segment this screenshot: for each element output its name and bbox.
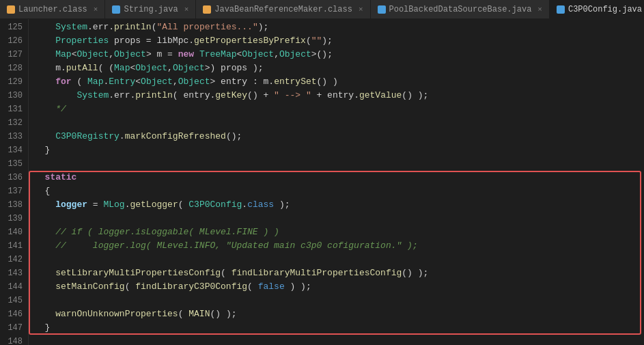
code-content: System.err.println("All properties...");… bbox=[29, 19, 644, 345]
c3p0config-icon bbox=[557, 5, 565, 14]
tab-label-poolbacked: PoolBackedDataSourceBase.java bbox=[389, 5, 532, 14]
tab-label-launcher: Launcher.class bbox=[18, 5, 87, 14]
line-num-131: 131 bbox=[3, 102, 23, 116]
code-area: 125126127128129130131132133134▸135136137… bbox=[0, 19, 644, 345]
javabeanref-icon bbox=[203, 5, 211, 14]
code-line-126: Properties props = libMpc.getPropertiesB… bbox=[29, 34, 644, 48]
code-line-139 bbox=[29, 212, 644, 225]
line-num-146: 146 bbox=[3, 307, 23, 321]
line-numbers: 125126127128129130131132133134▸135136137… bbox=[0, 19, 29, 345]
tab-poolbacked[interactable]: PoolBackedDataSourceBase.java× bbox=[371, 0, 550, 18]
tab-string[interactable]: String.java× bbox=[105, 0, 196, 18]
code-line-141: // logger.log( MLevel.INFO, "Updated mai… bbox=[29, 239, 644, 253]
line-num-144: 144 bbox=[3, 280, 23, 294]
tab-launcher[interactable]: Launcher.class× bbox=[0, 0, 105, 18]
code-line-127: Map<Object,Object> m = new TreeMap<Objec… bbox=[29, 48, 644, 61]
line-num-145: 145 bbox=[3, 294, 23, 307]
code-line-145 bbox=[29, 294, 644, 307]
line-num-126: 126 bbox=[3, 34, 23, 48]
tab-close-string[interactable]: × bbox=[184, 5, 189, 14]
code-line-148 bbox=[29, 335, 644, 345]
code-line-125: System.err.println("All properties..."); bbox=[29, 20, 644, 34]
tab-label-c3p0config: C3P0Config.java bbox=[568, 5, 642, 14]
tab-bar: Launcher.class×String.java×JavaBeanRefer… bbox=[0, 0, 644, 19]
tab-label-string: String.java bbox=[124, 5, 178, 14]
code-line-137: { bbox=[29, 184, 644, 198]
line-num-140: 140 bbox=[3, 225, 23, 239]
tab-javabeanref[interactable]: JavaBeanReferenceMaker.class× bbox=[196, 0, 370, 18]
line-num-136: 136 bbox=[3, 171, 23, 184]
line-num-141: 141▸ bbox=[3, 239, 23, 253]
tab-close-poolbacked[interactable]: × bbox=[537, 5, 542, 14]
line-num-135: 135 bbox=[3, 157, 23, 171]
line-num-142: 142 bbox=[3, 253, 23, 266]
line-num-128: 128 bbox=[3, 61, 23, 75]
tab-close-launcher[interactable]: × bbox=[94, 5, 98, 14]
poolbacked-icon bbox=[378, 5, 386, 14]
line-num-137: 137 bbox=[3, 184, 23, 198]
code-line-132 bbox=[29, 116, 644, 130]
code-line-147: } bbox=[29, 321, 644, 335]
tab-close-javabeanref[interactable]: × bbox=[359, 5, 363, 14]
line-num-129: 129 bbox=[3, 75, 23, 89]
code-line-131: */ bbox=[29, 102, 644, 116]
code-line-144: setMainConfig( findLibraryC3P0Config( fa… bbox=[29, 280, 644, 294]
line-num-133: 133 bbox=[3, 130, 23, 143]
code-line-128: m.putAll( (Map<Object,Object>) props ); bbox=[29, 61, 644, 75]
code-line-143: setLibraryMultiPropertiesConfig( findLib… bbox=[29, 266, 644, 280]
code-line-130: System.err.println( entry.getKey() + " -… bbox=[29, 89, 644, 102]
code-line-133: C3P0Registry.markConfigRefreshed(); bbox=[29, 130, 644, 143]
line-num-148: 148 bbox=[3, 335, 23, 345]
code-line-140: // if ( logger.isLoggable( MLevel.FINE )… bbox=[29, 225, 644, 239]
line-num-147: 147▸ bbox=[3, 321, 23, 335]
line-num-138: 138 bbox=[3, 198, 23, 212]
line-num-134: 134▸ bbox=[3, 143, 23, 157]
code-line-129: for ( Map.Entry<Object,Object> entry : m… bbox=[29, 75, 644, 89]
line-num-132: 132 bbox=[3, 116, 23, 130]
line-num-143: 143 bbox=[3, 266, 23, 280]
tab-c3p0config[interactable]: C3P0Config.java× bbox=[550, 0, 644, 18]
code-line-134: } bbox=[29, 143, 644, 157]
line-num-127: 127 bbox=[3, 48, 23, 61]
code-line-138: logger = MLog.getLogger( C3P0Config.clas… bbox=[29, 198, 644, 212]
code-line-146: warnOnUnknownProperties( MAIN() ); bbox=[29, 307, 644, 321]
launcher-icon bbox=[7, 5, 15, 14]
line-num-139: 139 bbox=[3, 212, 23, 225]
line-num-125: 125 bbox=[3, 20, 23, 34]
code-line-135 bbox=[29, 157, 644, 171]
code-line-136: static bbox=[29, 171, 644, 184]
tab-label-javabeanref: JavaBeanReferenceMaker.class bbox=[214, 5, 352, 14]
line-num-130: 130 bbox=[3, 89, 23, 102]
string-icon bbox=[112, 5, 120, 14]
code-line-142 bbox=[29, 253, 644, 266]
